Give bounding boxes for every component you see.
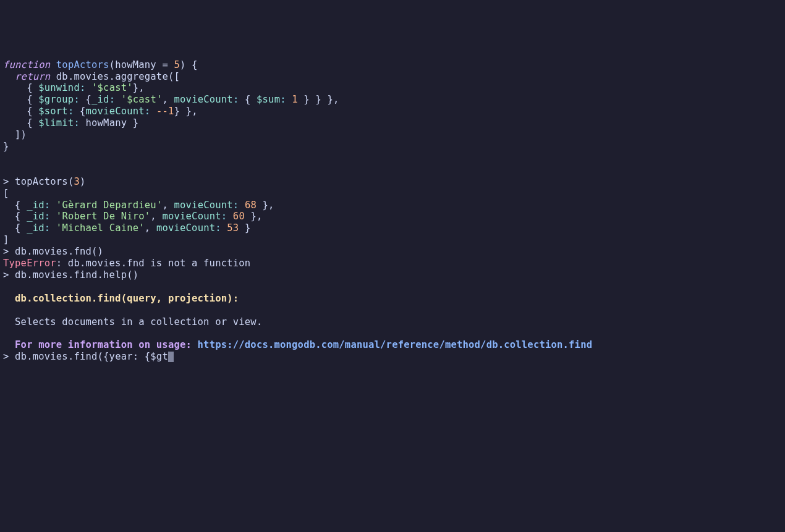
prompt: > (3, 269, 9, 281)
prompt: > (3, 176, 9, 187)
current-input[interactable]: db.movies.find({year: {$gt (15, 351, 168, 362)
help-url-link[interactable]: https://docs.mongodb.com/manual/referenc… (198, 339, 593, 350)
code-line: function topActors(howMany = 5) { return… (3, 59, 592, 363)
error-label: TypeError (3, 258, 56, 269)
help-description: Selects documents in a collection or vie… (15, 316, 262, 327)
help-signature: db.collection.find(query, projection): (15, 293, 239, 304)
prompt: > (3, 246, 9, 257)
help-more-label: For more information on usage: (15, 339, 198, 350)
prompt: > (3, 351, 9, 362)
cursor (168, 352, 174, 362)
terminal-output[interactable]: function topActors(howMany = 5) { return… (3, 59, 782, 363)
